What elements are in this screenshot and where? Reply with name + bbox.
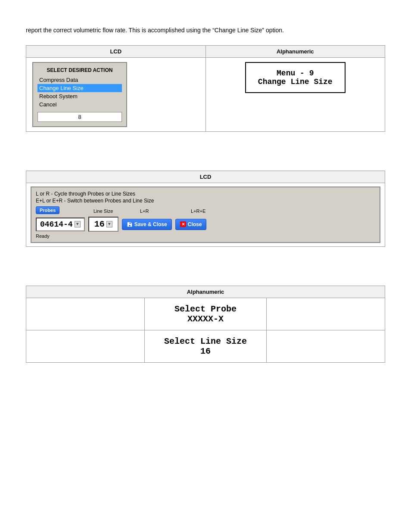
lcd-controls-row: 04614-4 ▼ 16 ▼ Save & Close [36, 217, 375, 232]
table1-lcd-cell: SELECT DESIRED ACTION Compress Data Chan… [26, 58, 206, 132]
select-probe-value: XXXXX-X [149, 314, 262, 324]
lcd-menu-item-compress[interactable]: Compress Data [37, 76, 122, 84]
line-size-col-label: Line Size [93, 208, 113, 214]
table3-row2: Select Line Size 16 [26, 330, 385, 363]
table3-row2-left [26, 330, 145, 363]
line-size-display[interactable]: 16 ▼ [88, 217, 118, 232]
probe-value: 04614-4 [40, 220, 73, 229]
table3-row1: Select Probe XXXXX-X [26, 298, 385, 330]
table1-alpha-cell: Menu - 9 Change Line Size [206, 58, 385, 132]
alpha-panel-1: Menu - 9 Change Line Size [212, 62, 379, 93]
table3-row1-left [26, 298, 145, 330]
table3-row2-center: Select Line Size 16 [144, 330, 266, 363]
probes-button[interactable]: Probes [36, 206, 59, 214]
select-line-size-title: Select Line Size [149, 336, 262, 346]
table1: LCD Alphanumeric SELECT DESIRED ACTION C… [26, 45, 385, 132]
lcd-input-value: 8 [37, 112, 122, 122]
table3-row1-right [267, 298, 385, 330]
table3-header: Alphanumeric [26, 286, 385, 298]
table3: Alphanumeric Select Probe XXXXX-X Select… [26, 286, 385, 363]
close-label: Close [188, 221, 202, 227]
lcd-panel-2: L or R - Cycle through Probes or Line Si… [31, 187, 380, 243]
alpha-box-1: Menu - 9 Change Line Size [245, 62, 346, 93]
table2-header: LCD [26, 171, 385, 183]
table3-row1-center: Select Probe XXXXX-X [144, 298, 266, 330]
save-icon [127, 221, 133, 227]
lrpe-col-label: L+R+E [191, 208, 206, 214]
save-close-button[interactable]: Save & Close [122, 219, 172, 230]
close-button[interactable]: ✕ Close [175, 219, 207, 230]
table2-lcd-cell: L or R - Cycle through Probes or Line Si… [26, 183, 385, 247]
lr-col-label: L+R [140, 208, 149, 214]
table2: LCD L or R - Cycle through Probes or Lin… [26, 171, 385, 247]
alpha-line2: Change Line Size [258, 78, 333, 86]
lcd-panel-1: SELECT DESIRED ACTION Compress Data Chan… [32, 62, 127, 127]
lcd-menu-item-cancel[interactable]: Cancel [37, 100, 122, 109]
table1-col2-header: Alphanumeric [206, 46, 385, 58]
ready-text: Ready [36, 233, 375, 239]
lcd-menu-item-change-line[interactable]: Change Line Size [37, 84, 122, 92]
probe-dropdown-arrow[interactable]: ▼ [75, 221, 81, 227]
intro-paragraph: report the correct volumetric flow rate.… [26, 26, 385, 35]
save-close-label: Save & Close [134, 221, 167, 227]
lcd-menu-title: SELECT DESIRED ACTION [37, 67, 122, 73]
lcd-line2: E+L or E+R - Switch between Probes and L… [36, 198, 375, 204]
lcd-menu-item-reboot[interactable]: Reboot System [37, 92, 122, 100]
alpha-line1: Menu - 9 [258, 69, 333, 78]
probe-display[interactable]: 04614-4 ▼ [36, 218, 85, 231]
select-line-size-value: 16 [149, 346, 262, 356]
lcd-line1: L or R - Cycle through Probes or Line Si… [36, 191, 375, 197]
close-icon: ✕ [180, 221, 186, 227]
line-size-value: 16 [94, 219, 105, 229]
table3-row2-right [267, 330, 385, 363]
select-probe-title: Select Probe [149, 304, 262, 314]
table1-col1-header: LCD [26, 46, 206, 58]
line-size-dropdown-arrow[interactable]: ▼ [106, 221, 112, 227]
